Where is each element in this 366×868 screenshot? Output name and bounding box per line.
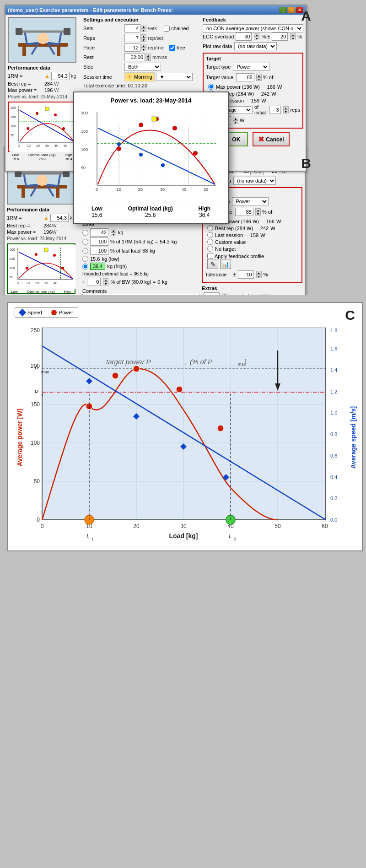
side-dropdown[interactable]: BothLeftRight — [124, 63, 161, 71]
target-value-input-a[interactable] — [236, 73, 254, 81]
target-val-spin-b[interactable]: ▲▼ — [255, 208, 261, 216]
chained-check[interactable] — [164, 26, 170, 32]
bw-pct-input-b[interactable] — [87, 278, 101, 286]
feedback-edit-btn-b[interactable]: ✎ — [207, 259, 218, 269]
target-custom-radio-b[interactable] — [207, 239, 213, 245]
target-no-radio-b[interactable] — [207, 246, 213, 252]
sets-input[interactable] — [124, 24, 140, 32]
target-type-select-a[interactable]: PowerSpeed — [233, 63, 269, 71]
session-dropdown[interactable]: ▼ — [156, 73, 193, 81]
apply-feedback-check-b[interactable] — [207, 253, 213, 259]
target-bestrep-radio-b[interactable] — [207, 225, 213, 231]
load-last-row-b: % of last load 38 kg — [82, 247, 199, 255]
ecc-input-a[interactable] — [236, 32, 252, 41]
reps-down[interactable]: ▼ — [141, 38, 146, 42]
chained-label[interactable]: chained — [164, 26, 189, 32]
rest-down[interactable]: ▼ — [145, 57, 151, 61]
feedback-title-a: Feedback — [203, 17, 303, 22]
orm-arrow-icon: ▲ — [44, 73, 50, 79]
svg-text:1.2: 1.2 — [330, 389, 337, 394]
load-kg-input-b[interactable] — [90, 228, 108, 237]
target-bestrep-unit-b: W — [270, 226, 275, 231]
tol-unit-b: % — [264, 272, 268, 277]
minimize-btn-a[interactable]: _ — [280, 7, 287, 13]
sets-up[interactable]: ▲ — [141, 25, 146, 28]
mini-chart-a[interactable]: 200 150 100 50 0 10 20 30 40 50 — [8, 102, 76, 152]
target-val-spin-a[interactable]: ▲▼ — [256, 74, 262, 81]
popup-chart-area[interactable]: 200 150 100 50 0 10 20 30 40 50 — [79, 108, 223, 199]
discard-spin-b[interactable]: ▲▼ — [222, 293, 227, 295]
rest-input[interactable] — [124, 53, 145, 61]
discard-input-b[interactable] — [204, 292, 220, 295]
tolerance-input-b[interactable] — [238, 270, 254, 279]
target-no-label-b: No target — [215, 246, 236, 252]
target-maxpow-radio-a[interactable] — [208, 84, 214, 90]
pace-down[interactable]: ▼ — [141, 48, 146, 51]
extras-section-b: Extras ▲▼ reps Ask DPS — [202, 286, 302, 295]
ask-dps-label-b[interactable]: Ask DPS — [243, 294, 270, 296]
ecc-spin-a[interactable]: ▲▼ — [254, 33, 259, 40]
target-last-radio-b[interactable] — [207, 232, 213, 238]
comments-input-b[interactable] — [82, 294, 199, 295]
maxpow-unit-b: W — [52, 229, 56, 235]
reps-input[interactable] — [124, 34, 140, 42]
load-low-radio-b[interactable] — [82, 256, 88, 262]
load-1rm-pct-b[interactable] — [90, 237, 108, 246]
y-left-title: Average power [W] — [16, 409, 23, 466]
orm-input-b[interactable] — [50, 214, 69, 222]
pace-spin[interactable]: ▲▼ — [141, 44, 146, 51]
svg-point-147 — [217, 425, 224, 431]
sets-spin[interactable]: ▲▼ — [141, 25, 146, 32]
sets-down[interactable]: ▼ — [141, 28, 146, 32]
svg-rect-10 — [16, 28, 22, 35]
svg-text:0: 0 — [96, 187, 98, 192]
target-type-select-b[interactable]: Power — [232, 197, 269, 205]
reps-up[interactable]: ▲ — [141, 34, 146, 38]
cancel-btn-a[interactable]: ✖ Cancel — [253, 132, 289, 146]
ecc-pm-spin-a[interactable]: ▲▼ — [290, 33, 296, 40]
pace-up[interactable]: ▲ — [141, 44, 146, 48]
rest-spin[interactable]: ▲▼ — [145, 54, 151, 61]
maximize-btn-a[interactable]: □ — [288, 7, 295, 13]
target-avg-num-a[interactable] — [269, 106, 281, 114]
ecc-pm-input-a[interactable] — [272, 32, 288, 41]
target-value-input-b[interactable] — [235, 208, 253, 216]
sets-row: Sets ▲▼ sets chained — [83, 24, 200, 32]
target-avg-w-spin-a[interactable]: ▲▼ — [233, 117, 238, 124]
svg-text:(% of P: (% of P — [190, 358, 212, 366]
popup-col-optimal: Optimal load (kg) 25.8 — [128, 205, 173, 218]
load-last-radio-b[interactable] — [82, 248, 88, 254]
rounded-row-b: Rounded external load = 36.5 kg — [82, 271, 199, 276]
pace-input[interactable] — [124, 43, 140, 52]
free-check[interactable] — [169, 45, 175, 51]
feedback-chart-btn-b[interactable]: 📊 — [220, 259, 231, 269]
bestrep-value: 284 — [44, 81, 53, 86]
load-kg-radio-b[interactable] — [82, 230, 88, 236]
plot-raw-select-a[interactable]: (no raw data) — [234, 42, 277, 50]
popup-high-val: 36.4 — [198, 212, 210, 218]
svg-text:20: 20 — [133, 523, 140, 529]
apply-feedback-label-b[interactable]: Apply feedback profile — [207, 253, 299, 259]
load-high-radio-b[interactable] — [82, 264, 88, 270]
load-1rm-radio-b[interactable] — [82, 239, 88, 245]
orm-input[interactable] — [51, 72, 70, 80]
ask-dps-check-b[interactable] — [243, 294, 249, 296]
plot-raw-select-b[interactable]: (no raw data) — [233, 177, 276, 185]
session-time-text: Morning — [134, 74, 152, 80]
svg-rect-3 — [57, 47, 60, 56]
svg-point-97 — [26, 267, 28, 270]
target-avg-spin-a[interactable]: ▲▼ — [283, 106, 289, 113]
svg-text:0: 0 — [41, 523, 44, 529]
feedback-type-a[interactable]: on CON average power (shows CON only) — [203, 24, 303, 32]
load-kg-spin-b[interactable]: ▲▼ — [111, 229, 116, 236]
svg-text:250: 250 — [31, 327, 40, 334]
morning-badge[interactable]: ☀ Morning — [124, 72, 155, 81]
mini-chart-b[interactable]: 200 150 100 50 0 10 20 30 40 — [7, 243, 75, 294]
two-windows-area: A (demo_user) Exercise parameters - Edit… — [0, 0, 366, 295]
bw-spin-b[interactable]: ▲▼ — [103, 278, 108, 286]
load-last-pct-b[interactable] — [90, 247, 108, 255]
rest-up[interactable]: ▲ — [145, 54, 151, 57]
tol-spin-b[interactable]: ▲▼ — [256, 271, 262, 278]
free-label[interactable]: free — [169, 45, 185, 51]
reps-spin[interactable]: ▲▼ — [141, 34, 146, 42]
